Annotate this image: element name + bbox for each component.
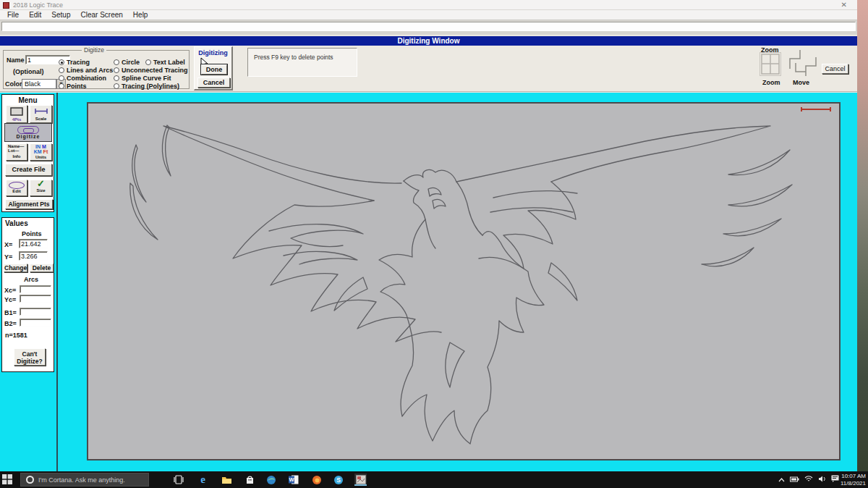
screen-icon [10,107,23,116]
digitize-button[interactable]: Digitize [4,123,52,142]
radio-tracing[interactable]: Tracing [59,59,90,66]
b1-label: B1= [4,309,17,316]
units-button[interactable]: IN M KM Ft Units [30,143,52,161]
file-explorer-icon[interactable] [221,474,233,486]
tray-chevron-up-icon[interactable] [778,476,785,484]
title-bar: 2018 Logic Trace ✕ [0,0,857,10]
cortana-search-box[interactable]: I'm Cortana. Ask me anything. [20,473,149,487]
values-panel-title: Values [2,218,54,227]
radio-icon [114,75,119,81]
menu-edit[interactable]: Edit [29,11,41,19]
cancel-button[interactable]: Cancel [197,77,230,88]
scale-button[interactable]: Scale [30,105,52,123]
delete-button[interactable]: Delete [30,264,54,272]
values-panel: Values Points X= 21.642 Y= 3.266 Change … [1,217,54,372]
windows-logo-icon [2,474,12,484]
radio-text-label[interactable]: Text Label [145,59,185,66]
battery-icon[interactable] [790,476,799,484]
x-label: X= [4,241,12,248]
skype-icon[interactable]: S [332,474,344,486]
cant-digitize-button[interactable]: Can't Digitize? [14,348,46,366]
optional-label: (Optional) [13,68,44,75]
move-steps-icon [786,49,820,78]
color-label: Color [5,80,22,88]
menu-bar: File Edit Setup Clear Screen Help [0,10,857,20]
y-label: Y= [4,253,12,261]
point-count-label: n=1581 [5,332,27,339]
arcs-label: Arcs [24,276,38,283]
menu-clear-screen[interactable]: Clear Screen [81,11,123,19]
app-icon [3,2,9,9]
xc-value-field[interactable] [20,285,51,293]
menu-setup[interactable]: Setup [51,11,70,19]
radio-combination[interactable]: Combination [59,75,106,82]
task-view-icon[interactable] [172,474,184,486]
b2-label: B2= [4,320,17,327]
zoom-groupbox: Zoom Zoom Move Cancel [758,46,852,91]
clock-time: 10:07 AM [841,473,866,480]
digitizing-canvas[interactable] [87,102,841,460]
cortana-icon [26,476,34,484]
move-button[interactable] [786,49,820,78]
word-icon[interactable]: W [287,474,299,486]
digitizing-window-titlebar: Digitizing Window [0,36,857,46]
taskbar-clock[interactable]: 10:07 AM 11/8/2021 [841,473,866,487]
create-file-button[interactable]: Create File [5,164,52,176]
menu-file[interactable]: File [7,11,19,19]
radio-icon [59,83,64,89]
sidebar-divider [56,93,58,471]
edit-button[interactable]: Edit [6,180,27,196]
action-center-icon[interactable] [831,475,839,484]
microsoft-store-icon[interactable] [244,474,256,486]
radio-icon [59,67,64,73]
svg-text:S: S [336,476,341,484]
svg-text:W: W [289,476,294,483]
move-button-label: Move [793,79,809,86]
radio-tracing-polylines[interactable]: Tracing (Polylines) [114,83,179,90]
change-button[interactable]: Change [4,264,27,272]
scale-bar [801,107,830,112]
alignment-pts-button[interactable]: Alignment Pts [5,199,53,209]
yc-value-field[interactable] [20,295,51,303]
size-button[interactable]: ✓ Size [30,180,52,196]
b2-value-field[interactable] [20,319,51,327]
info-button[interactable]: Name— Lot— Info [6,143,27,161]
radio-icon [59,75,64,81]
radio-spline-curve-fit[interactable]: Spline Curve Fit [114,75,171,82]
radio-icon [145,59,151,65]
window-title: 2018 Logic Trace [13,1,63,9]
radio-lines-and-arcs[interactable]: Lines and Arcs [59,67,113,74]
logic-trace-app-icon[interactable] [354,474,367,486]
radio-icon [114,83,119,89]
zoom-grid-button[interactable] [760,52,781,76]
menu-panel-title: Menu [2,96,54,104]
x-value-field[interactable]: 21.642 [19,239,48,248]
done-button[interactable]: Done [201,64,227,75]
yc-label: Yc= [4,296,16,303]
digitizing-panel: Digitizing Done Cancel [194,46,233,91]
wifi-icon[interactable] [804,476,813,484]
firefox-icon[interactable] [310,474,323,486]
radio-icon [114,59,119,65]
digitizing-panel-title: Digitizing [195,49,231,56]
clock-date: 11/8/2021 [841,480,866,487]
speaker-icon[interactable] [818,476,826,484]
close-icon[interactable]: ✕ [841,1,847,9]
system-tray [778,475,839,484]
control-panel: Digitize Name 1 (Optional) Color Black ▼… [0,46,857,92]
four-points-button[interactable]: 4Pts [6,105,27,123]
radio-unconnected-tracing[interactable]: Unconnected Tracing [114,67,188,74]
y-value-field[interactable]: 3.266 [19,251,48,261]
edge-icon[interactable] [265,474,277,486]
taskbar: I'm Cortana. Ask me anything. e W S [0,471,868,488]
b1-value-field[interactable] [20,308,51,316]
radio-points[interactable]: Points [59,83,87,90]
radio-icon [114,67,119,73]
start-button[interactable] [2,474,12,486]
zoom-cancel-button[interactable]: Cancel [822,64,848,74]
hint-message-text: Press F9 key to delete points [248,49,357,61]
radio-circle[interactable]: Circle [114,59,140,66]
logic-trace-window: 2018 Logic Trace ✕ File Edit Setup Clear… [0,0,857,471]
menu-help[interactable]: Help [133,11,148,19]
edge-legacy-icon[interactable]: e [197,474,209,486]
